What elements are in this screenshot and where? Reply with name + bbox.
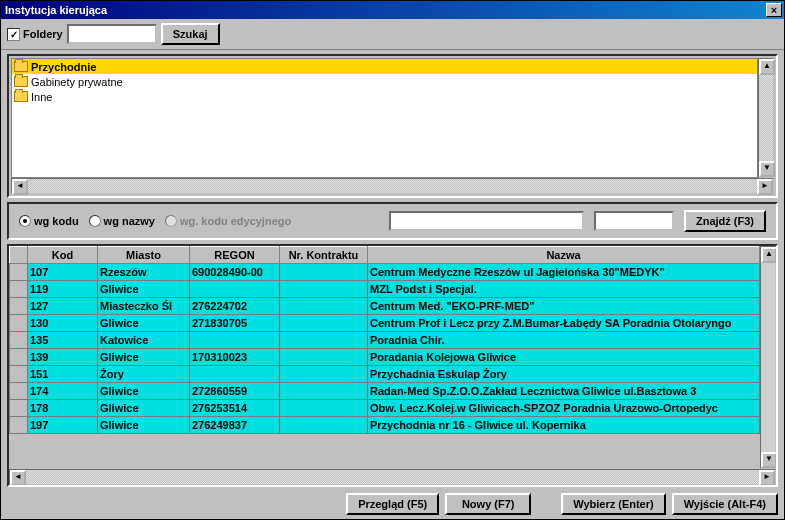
col-nr-kontraktu[interactable]: Nr. Kontraktu bbox=[280, 247, 368, 264]
folder-icon bbox=[14, 61, 28, 72]
search-input[interactable] bbox=[67, 24, 157, 44]
radio-wg-nazwy[interactable] bbox=[89, 215, 101, 227]
cell-regon: 271830705 bbox=[190, 315, 280, 332]
filter-input-2[interactable] bbox=[594, 211, 674, 231]
table-body: 107Rzeszów690028490-00Centrum Medyczne R… bbox=[10, 264, 760, 434]
col-blank bbox=[10, 247, 28, 264]
radio-wg-kodu[interactable] bbox=[19, 215, 31, 227]
close-icon[interactable]: × bbox=[766, 3, 782, 17]
tree-vscroll[interactable]: ▲ ▼ bbox=[758, 58, 774, 178]
cell-miasto: Gliwice bbox=[98, 383, 190, 400]
table-row[interactable]: 130Gliwice271830705Centrum Prof i Lecz p… bbox=[10, 315, 760, 332]
radio-wg-nazwy-label: wg nazwy bbox=[104, 215, 155, 227]
cell-miasto: Gliwice bbox=[98, 400, 190, 417]
foldery-label: Foldery bbox=[23, 28, 63, 40]
cell-regon bbox=[190, 281, 280, 298]
table-row[interactable]: 139Gliwice170310023Poradania Kolejowa Gl… bbox=[10, 349, 760, 366]
tree-item-gabinety[interactable]: Gabinety prywatne bbox=[12, 74, 757, 89]
tree-item-label: Przychodnie bbox=[31, 61, 96, 73]
foldery-checkbox[interactable]: ✓ bbox=[7, 28, 20, 41]
cell-miasto: Miasteczko Śl bbox=[98, 298, 190, 315]
cell-nazwa: Centrum Prof i Lecz przy Z.M.Bumar-Łabęd… bbox=[368, 315, 760, 332]
row-marker bbox=[10, 383, 28, 400]
cell-kod: 178 bbox=[28, 400, 98, 417]
col-kod[interactable]: Kod bbox=[28, 247, 98, 264]
cell-miasto: Gliwice bbox=[98, 349, 190, 366]
toolbar: ✓ Foldery Szukaj bbox=[1, 19, 784, 50]
tree-panel: Przychodnie Gabinety prywatne Inne ▲ ▼ ◄ bbox=[7, 54, 778, 198]
scroll-up-icon[interactable]: ▲ bbox=[759, 59, 775, 75]
row-marker bbox=[10, 332, 28, 349]
table-row[interactable]: 197Gliwice276249837 Przychodnia nr 16 - … bbox=[10, 417, 760, 434]
scroll-track[interactable] bbox=[761, 263, 775, 452]
cell-nr bbox=[280, 298, 368, 315]
nowy-button[interactable]: Nowy (F7) bbox=[445, 493, 531, 515]
col-regon[interactable]: REGON bbox=[190, 247, 280, 264]
table-row[interactable]: 178Gliwice276253514Obw. Lecz.Kolej.w Gli… bbox=[10, 400, 760, 417]
cell-kod: 139 bbox=[28, 349, 98, 366]
scroll-down-icon[interactable]: ▼ bbox=[759, 161, 775, 177]
przeglad-button[interactable]: Przegląd (F5) bbox=[346, 493, 439, 515]
scroll-track[interactable] bbox=[759, 75, 773, 161]
scroll-right-icon[interactable]: ► bbox=[757, 179, 773, 195]
cell-nazwa: Przychodnia nr 16 - Gliwice ul. Kopernik… bbox=[368, 417, 760, 434]
filter-input-1[interactable] bbox=[389, 211, 584, 231]
table-row[interactable]: 119GliwiceMZL Podst i Specjal. bbox=[10, 281, 760, 298]
cell-miasto: Gliwice bbox=[98, 281, 190, 298]
cell-regon: 690028490-00 bbox=[190, 264, 280, 281]
footer: Przegląd (F5) Nowy (F7) Wybierz (Enter) … bbox=[1, 487, 784, 519]
szukaj-button[interactable]: Szukaj bbox=[161, 23, 220, 45]
cell-kod: 127 bbox=[28, 298, 98, 315]
table-hscroll[interactable]: ◄ ► bbox=[9, 469, 776, 485]
cell-nr bbox=[280, 315, 368, 332]
cell-miasto: Gliwice bbox=[98, 315, 190, 332]
tree-item-przychodnie[interactable]: Przychodnie bbox=[12, 59, 757, 74]
scroll-up-icon[interactable]: ▲ bbox=[761, 247, 776, 263]
scroll-right-icon[interactable]: ► bbox=[759, 470, 775, 486]
folder-icon bbox=[14, 76, 28, 87]
tree-item-label: Inne bbox=[31, 91, 52, 103]
tree-item-inne[interactable]: Inne bbox=[12, 89, 757, 104]
table-row[interactable]: 174Gliwice272860559Radan-Med Sp.Z.O.O.Za… bbox=[10, 383, 760, 400]
table-row[interactable]: 127Miasteczko Śl276224702Centrum Med. "E… bbox=[10, 298, 760, 315]
cell-nr bbox=[280, 264, 368, 281]
cell-nr bbox=[280, 349, 368, 366]
cell-regon bbox=[190, 332, 280, 349]
col-miasto[interactable]: Miasto bbox=[98, 247, 190, 264]
results-table[interactable]: Kod Miasto REGON Nr. Kontraktu Nazwa 107… bbox=[9, 246, 760, 434]
cell-nr bbox=[280, 417, 368, 434]
table-header-row: Kod Miasto REGON Nr. Kontraktu Nazwa bbox=[10, 247, 760, 264]
scroll-left-icon[interactable]: ◄ bbox=[10, 470, 26, 486]
table-row[interactable]: 151ŻoryPrzychadnia Eskulap Żory bbox=[10, 366, 760, 383]
scroll-left-icon[interactable]: ◄ bbox=[12, 179, 28, 195]
wybierz-button[interactable]: Wybierz (Enter) bbox=[561, 493, 665, 515]
radio-wg-edyc bbox=[165, 215, 177, 227]
wyjscie-button[interactable]: Wyjście (Alt-F4) bbox=[672, 493, 778, 515]
scroll-track[interactable] bbox=[26, 470, 759, 484]
cell-miasto: Katowice bbox=[98, 332, 190, 349]
cell-nr bbox=[280, 281, 368, 298]
cell-miasto: Żory bbox=[98, 366, 190, 383]
col-nazwa[interactable]: Nazwa bbox=[368, 247, 760, 264]
scroll-track[interactable] bbox=[28, 179, 757, 193]
table-row[interactable]: 135KatowicePoradnia Chir. bbox=[10, 332, 760, 349]
cell-miasto: Gliwice bbox=[98, 417, 190, 434]
cell-kod: 135 bbox=[28, 332, 98, 349]
row-marker bbox=[10, 298, 28, 315]
radio-wg-edyc-label: wg. kodu edycyjnego bbox=[180, 215, 291, 227]
cell-nr bbox=[280, 400, 368, 417]
tree-hscroll[interactable]: ◄ ► bbox=[11, 178, 774, 194]
foldery-checkbox-wrap: ✓ Foldery bbox=[7, 28, 63, 41]
cell-nazwa: Obw. Lecz.Kolej.w Gliwicach-SPZOZ Poradn… bbox=[368, 400, 760, 417]
cell-miasto: Rzeszów bbox=[98, 264, 190, 281]
folder-tree[interactable]: Przychodnie Gabinety prywatne Inne bbox=[11, 58, 758, 178]
row-marker bbox=[10, 400, 28, 417]
scroll-down-icon[interactable]: ▼ bbox=[761, 452, 776, 468]
znajdz-button[interactable]: Znajdź (F3) bbox=[684, 210, 766, 232]
cell-regon: 276224702 bbox=[190, 298, 280, 315]
titlebar: Instytucja kierująca × bbox=[1, 1, 784, 19]
table-vscroll[interactable]: ▲ ▼ bbox=[760, 246, 776, 469]
table-row[interactable]: 107Rzeszów690028490-00Centrum Medyczne R… bbox=[10, 264, 760, 281]
cell-nazwa: MZL Podst i Specjal. bbox=[368, 281, 760, 298]
cell-kod: 107 bbox=[28, 264, 98, 281]
